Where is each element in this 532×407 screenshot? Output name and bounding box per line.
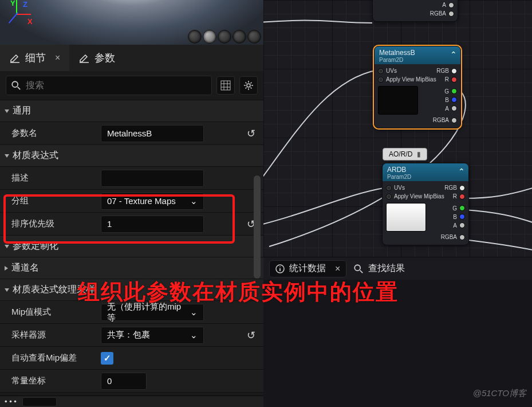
category-material-expression[interactable]: 材质表达式 [0, 145, 263, 166]
pin-g[interactable] [451, 88, 457, 94]
shape-cube-button[interactable] [232, 30, 246, 44]
scrollbar-thumb[interactable] [254, 175, 261, 279]
chevron-down-icon: ⌄ [190, 330, 198, 341]
param-name-label: 参数名 [5, 128, 101, 139]
pin-r-label: R [453, 193, 457, 199]
chevron-down-icon: ⌄ [190, 307, 198, 318]
find-results-button[interactable]: 查找结果 [353, 263, 405, 275]
node-comment[interactable]: AO/R/D ▮ [383, 148, 427, 161]
pin-apply[interactable] [386, 194, 392, 199]
shape-sphere-button[interactable] [203, 30, 216, 44]
stats-pill[interactable]: 统计数据 × [269, 260, 346, 277]
edit-icon [78, 52, 90, 64]
param-name-input[interactable] [101, 125, 204, 142]
sampler-value: 共享：包裹 [107, 330, 150, 341]
pin-a[interactable] [459, 222, 465, 228]
chevron-down-icon [5, 245, 9, 248]
material-graph[interactable]: A RGBA MetalnessB Param2D ⌃ UVsRGB Apply… [263, 0, 532, 257]
pin-rgba-label: RGBA [430, 10, 446, 17]
pin-a-label: A [445, 105, 449, 112]
pin-rgb[interactable] [459, 185, 465, 191]
pin-r[interactable] [459, 194, 465, 199]
close-stats-icon[interactable]: × [335, 264, 340, 274]
pin-b-label: B [453, 214, 457, 220]
axis-gizmo: Y Z X [3, 0, 30, 25]
shape-cylinder-button[interactable] [188, 30, 202, 44]
category-material-expression-label: 材质表达式 [13, 150, 58, 162]
reset-param-name-button[interactable]: ↺ [243, 127, 259, 140]
pin-rgb-label: RGB [436, 68, 449, 74]
axis-y-label: Y [10, 0, 15, 7]
sort-priority-label: 排序优先级 [5, 218, 101, 229]
category-general[interactable]: 通用 [0, 100, 263, 122]
pin-g-label: G [444, 88, 449, 95]
find-results-label: 查找结果 [368, 263, 405, 275]
desc-label: 描述 [5, 173, 101, 183]
sort-priority-input[interactable] [101, 216, 204, 233]
pin-a[interactable] [451, 105, 457, 111]
close-icon[interactable]: × [50, 53, 60, 63]
strip-dots: • • • [5, 397, 17, 406]
pin-b[interactable] [451, 97, 457, 103]
search-input[interactable] [26, 80, 207, 91]
desc-input[interactable] [101, 170, 204, 187]
node-collapse-button[interactable]: ⌃ [450, 50, 457, 59]
pin-r[interactable] [451, 77, 457, 83]
tab-params[interactable]: 参数 [69, 45, 124, 71]
gear-icon [243, 80, 254, 91]
tab-params-label: 参数 [94, 51, 115, 65]
pin-a[interactable] [448, 2, 454, 8]
axis-x-label: X [27, 17, 33, 26]
texture-preview[interactable] [378, 86, 418, 115]
comment-text: AO/R/D [389, 150, 412, 158]
annotation-text: 组织此参数在材质实例中的位置 [78, 277, 399, 307]
grid-settings-button[interactable] [216, 76, 235, 95]
node-partial-top[interactable]: A RGBA [372, 0, 458, 22]
pin-g[interactable] [459, 205, 465, 211]
category-param-custom[interactable]: 参数定制化 [0, 236, 263, 257]
auto-mip-checkbox[interactable]: ✓ [101, 352, 113, 365]
search-icon [11, 80, 21, 91]
pin-rgb[interactable] [451, 68, 457, 74]
pin-a-label: A [442, 2, 446, 8]
tab-details[interactable]: 细节 × [0, 45, 69, 71]
pin-uvs[interactable] [378, 68, 384, 74]
preview-shape-buttons [188, 30, 261, 44]
group-select-value: 07 - Texture Maps [107, 196, 176, 206]
pin-rgba-label: RGBA [433, 117, 449, 123]
node-ardb[interactable]: ARDB Param2D ⌃ UVsRGB Apply View MipBias… [382, 163, 469, 245]
material-preview-viewport[interactable]: Y Z X [0, 0, 263, 45]
node-title: ARDB [387, 166, 464, 174]
shape-custom-button[interactable] [247, 30, 261, 44]
pin-apply[interactable] [378, 77, 384, 83]
texture-preview[interactable] [386, 203, 426, 232]
shape-plane-button[interactable] [218, 30, 231, 44]
strip-mini-select[interactable] [22, 397, 57, 406]
category-channel-name[interactable]: 通道名 [0, 257, 263, 279]
settings-button[interactable] [239, 76, 258, 95]
pin-uvs-label: UVs [394, 185, 405, 191]
group-select[interactable]: 07 - Texture Maps ⌄ [101, 193, 204, 210]
pin-b[interactable] [459, 214, 465, 220]
stats-label: 统计数据 [289, 263, 326, 275]
mip-mode-label: Mip值模式 [5, 307, 101, 318]
const-coord-input[interactable] [101, 373, 147, 390]
chevron-down-icon [5, 154, 9, 158]
node-collapse-button[interactable]: ⌃ [458, 167, 465, 176]
chevron-down-icon: ⌄ [190, 196, 198, 206]
node-subtitle: Param2D [387, 174, 464, 180]
pin-apply-label: Apply View MipBias [394, 193, 444, 199]
pin-uvs[interactable] [386, 185, 392, 191]
search-field[interactable] [6, 76, 212, 95]
pin-rgba[interactable] [459, 234, 465, 240]
sampler-select[interactable]: 共享：包裹 ⌄ [101, 327, 204, 344]
watermark: @51CTO博客 [473, 388, 526, 399]
tab-details-label: 细节 [25, 51, 46, 65]
comment-handle-icon[interactable]: ▮ [417, 150, 421, 158]
pin-apply-label: Apply View MipBias [386, 76, 436, 83]
node-metalnessb[interactable]: MetalnessB Param2D ⌃ UVsRGB Apply View M… [374, 46, 461, 128]
pin-a-label: A [453, 222, 457, 229]
pin-rgba[interactable] [451, 118, 457, 123]
pin-rgba[interactable] [448, 11, 454, 17]
category-param-custom-label: 参数定制化 [13, 240, 58, 252]
